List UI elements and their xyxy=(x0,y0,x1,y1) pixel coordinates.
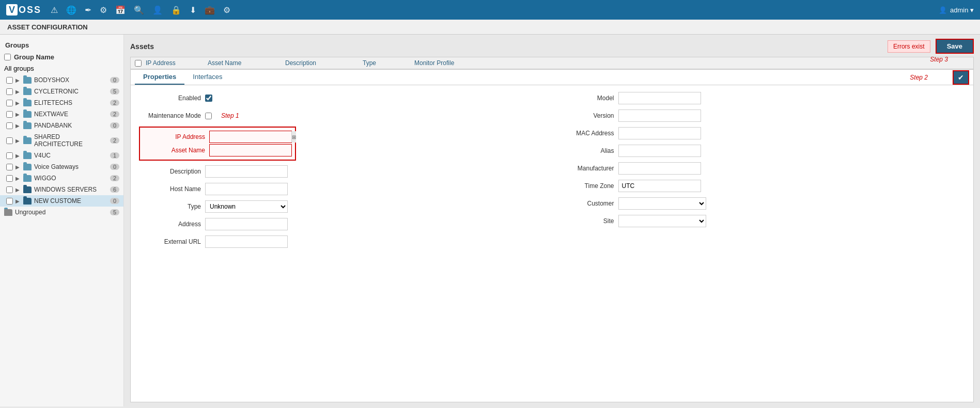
group-select-all-checkbox[interactable] xyxy=(4,54,11,60)
cycletronic-expand-icon[interactable]: ▶ xyxy=(15,89,21,95)
elitetechs-checkbox[interactable] xyxy=(6,100,13,106)
sidebar-item-new-custome[interactable]: ▶ NEW CUSTOME 0 xyxy=(0,195,123,207)
manufacturer-input[interactable] xyxy=(618,162,701,175)
top-navigation: V OSS ⚠ 🌐 ✒ ⚙ 📅 🔍 👤 🔒 ⬇ 💼 ⚙ 👤 admin ▾ xyxy=(0,0,980,20)
edit-icon[interactable]: ✒ xyxy=(85,5,91,15)
sidebar-item-cycletronic[interactable]: ▶ CYCLETRONIC 5 xyxy=(0,86,123,97)
sidebar-item-shared-architecture[interactable]: ▶ SHARED ARCHITECTURE 2 xyxy=(0,131,123,150)
new-custome-expand-icon[interactable]: ▶ xyxy=(15,198,21,204)
lock-icon[interactable]: 🔒 xyxy=(171,5,181,15)
shared-arch-expand-icon[interactable]: ▶ xyxy=(15,138,21,144)
bodyshox-checkbox[interactable] xyxy=(6,77,13,84)
col-header-asset-name[interactable]: Asset Name xyxy=(208,59,285,67)
site-select[interactable] xyxy=(618,215,706,227)
cycletronic-checkbox[interactable] xyxy=(6,88,13,95)
nextwave-checkbox[interactable] xyxy=(6,111,13,118)
save-button[interactable]: Save xyxy=(936,39,974,54)
content-header: Assets Errors exist Save Step 3 xyxy=(130,39,974,54)
elitetechs-expand-icon[interactable]: ▶ xyxy=(15,100,21,106)
col-header-ip[interactable]: IP Address xyxy=(146,59,208,67)
v4uc-label: V4UC xyxy=(34,152,107,159)
model-input[interactable] xyxy=(618,92,701,104)
version-input[interactable] xyxy=(618,109,701,122)
form-left: Enabled Maintenance Mode Step 1 IP Addre… xyxy=(139,91,552,248)
globe-icon[interactable]: 🌐 xyxy=(66,5,76,15)
sidebar-item-wiggo[interactable]: ▶ WIGGO 2 xyxy=(0,172,123,184)
address-input[interactable] xyxy=(205,218,288,230)
sidebar-item-nextwave[interactable]: ▶ NEXTWAVE 2 xyxy=(0,108,123,120)
bodyshox-expand-icon[interactable]: ▶ xyxy=(15,77,21,83)
wiggo-checkbox[interactable] xyxy=(6,175,13,182)
calendar-icon[interactable]: 📅 xyxy=(115,5,126,15)
description-input[interactable] xyxy=(205,165,288,178)
admin-menu[interactable]: 👤 admin ▾ xyxy=(939,6,974,14)
v4uc-checkbox[interactable] xyxy=(6,152,13,159)
logo-icon: V xyxy=(6,4,18,15)
voice-gateways-expand-icon[interactable]: ▶ xyxy=(15,164,21,170)
confirm-button[interactable]: ✔ xyxy=(953,70,969,85)
search-icon[interactable]: 🔍 xyxy=(134,5,144,15)
voice-gateways-checkbox[interactable] xyxy=(6,164,13,170)
errors-exist-banner: Errors exist xyxy=(888,40,930,53)
step3-label: Step 3 xyxy=(930,56,948,63)
type-row: Type Unknown Cisco UCM Cisco UCM Publish… xyxy=(139,200,552,213)
groups-title: Groups xyxy=(0,39,123,52)
user-icon[interactable]: 👤 xyxy=(152,5,163,15)
ip-address-input[interactable] xyxy=(210,131,291,143)
bodyshox-label: BODYSHOX xyxy=(34,76,107,84)
alias-input[interactable] xyxy=(618,145,701,157)
tab-properties[interactable]: Properties xyxy=(135,70,184,85)
mac-address-input[interactable] xyxy=(618,127,701,139)
nextwave-expand-icon[interactable]: ▶ xyxy=(15,112,21,117)
version-row: Version xyxy=(552,109,966,122)
model-row: Model xyxy=(552,91,966,105)
sidebar-item-ungrouped[interactable]: Ungrouped 5 xyxy=(0,207,123,218)
sidebar-item-windows-servers[interactable]: ▶ WINDOWS SERVERS 6 xyxy=(0,184,123,195)
external-url-input[interactable] xyxy=(205,236,288,248)
ip-address-input-wrapper: ⊞ xyxy=(209,131,292,143)
col-header-type[interactable]: Type xyxy=(363,59,414,67)
ip-asset-group: IP Address ⊞ Asset Name xyxy=(139,127,296,161)
ip-address-picker-icon[interactable]: ⊞ xyxy=(291,131,296,143)
host-name-input[interactable] xyxy=(205,183,288,195)
download-icon[interactable]: ⬇ xyxy=(190,5,196,15)
warning-icon[interactable]: ⚠ xyxy=(51,5,58,15)
enabled-checkbox[interactable] xyxy=(205,95,212,102)
sidebar-item-v4uc[interactable]: ▶ V4UC 1 xyxy=(0,150,123,161)
elitetechs-folder-icon xyxy=(23,100,32,106)
sidebar: Groups Group Name All groups ▶ BODYSHOX … xyxy=(0,35,124,406)
bodyshox-folder-icon xyxy=(23,77,32,84)
shared-arch-checkbox[interactable] xyxy=(6,137,13,144)
windows-servers-expand-icon[interactable]: ▶ xyxy=(15,187,21,193)
col-header-description[interactable]: Description xyxy=(285,59,363,67)
customer-select[interactable] xyxy=(618,197,706,210)
wiggo-expand-icon[interactable]: ▶ xyxy=(15,176,21,181)
step1-label: Step 1 xyxy=(221,112,239,119)
pandabank-expand-icon[interactable]: ▶ xyxy=(15,123,21,129)
settings-icon[interactable]: ⚙ xyxy=(100,5,107,15)
sidebar-item-pandabank[interactable]: ▶ PANDABANK 0 xyxy=(0,120,123,131)
assets-select-all-checkbox[interactable] xyxy=(135,60,142,67)
sidebar-item-elitetechs[interactable]: ▶ ELITETECHS 2 xyxy=(0,97,123,108)
host-name-label: Host Name xyxy=(139,185,201,193)
sidebar-item-voice-gateways[interactable]: ▶ Voice Gateways 0 xyxy=(0,161,123,172)
gear-icon[interactable]: ⚙ xyxy=(223,5,230,15)
sidebar-item-all-groups[interactable]: All groups xyxy=(0,62,123,74)
tab-interfaces[interactable]: Interfaces xyxy=(184,70,230,85)
col-header-monitor-profile[interactable]: Monitor Profile xyxy=(414,59,492,67)
windows-servers-checkbox[interactable] xyxy=(6,186,13,193)
type-select[interactable]: Unknown Cisco UCM Cisco UCM Publisher Ci… xyxy=(205,200,288,213)
maintenance-mode-label: Maintenance Mode xyxy=(139,112,201,119)
time-zone-input[interactable] xyxy=(618,180,701,192)
manufacturer-row: Manufacturer xyxy=(552,162,966,175)
admin-label[interactable]: admin ▾ xyxy=(950,6,974,14)
pandabank-checkbox[interactable] xyxy=(6,122,13,129)
new-custome-checkbox[interactable] xyxy=(6,198,13,205)
v4uc-expand-icon[interactable]: ▶ xyxy=(15,153,21,159)
asset-name-input[interactable] xyxy=(209,144,292,156)
sidebar-item-bodyshox[interactable]: ▶ BODYSHOX 0 xyxy=(0,74,123,86)
maintenance-mode-checkbox[interactable] xyxy=(205,113,212,119)
briefcase-icon[interactable]: 💼 xyxy=(205,5,215,15)
voice-gateways-badge: 0 xyxy=(110,164,119,170)
time-zone-label: Time Zone xyxy=(552,182,614,190)
